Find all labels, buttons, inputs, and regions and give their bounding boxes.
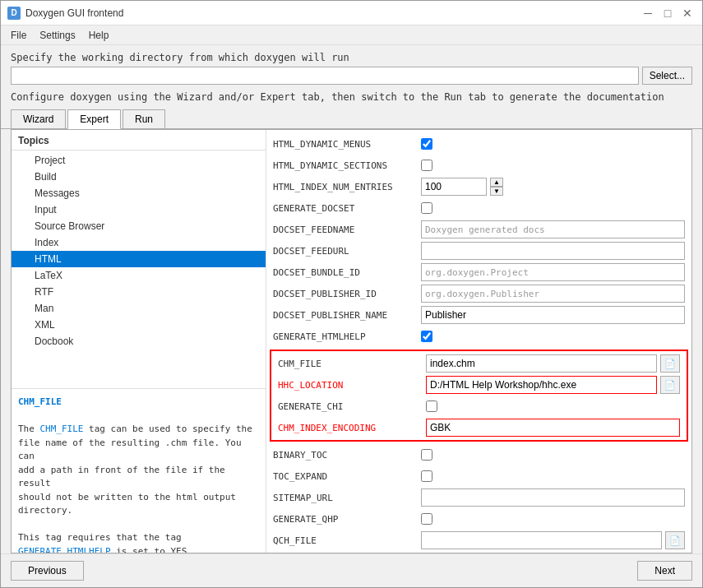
sidebar-item-rtf[interactable]: RTF bbox=[12, 284, 266, 300]
settings-scroll: HTML_DYNAMIC_MENUS HTML_DYNAMIC_SECTIONS… bbox=[266, 130, 691, 553]
setting-row-chm-index-encoding: CHM_INDEX_ENCODING bbox=[271, 417, 687, 438]
input-docset-feedname[interactable]: Doxygen generated docs bbox=[421, 220, 685, 238]
spinner-down-arrow[interactable]: ▼ bbox=[490, 187, 503, 196]
setting-name-toc-expand: TOC_EXPAND bbox=[273, 471, 421, 482]
menu-help[interactable]: Help bbox=[82, 28, 116, 43]
app-icon: D bbox=[7, 7, 21, 20]
tab-wizard[interactable]: Wizard bbox=[11, 109, 66, 128]
checkbox-generate-htmlhelp[interactable] bbox=[421, 331, 432, 342]
input-docset-publisher-name[interactable] bbox=[421, 306, 685, 324]
sidebar-item-index[interactable]: Index bbox=[12, 234, 266, 251]
setting-name-docset-feedname: DOCSET_FEEDNAME bbox=[273, 225, 421, 235]
setting-row-docset-feedname: DOCSET_FEEDNAME Doxygen generated docs bbox=[266, 219, 691, 240]
topics-header: Topics bbox=[12, 130, 266, 150]
close-button[interactable]: ✕ bbox=[679, 5, 696, 21]
setting-row-docset-feedurl: DOCSET_FEEDURL bbox=[266, 240, 691, 262]
setting-row-generate-docset: GENERATE_DOCSET bbox=[266, 197, 691, 219]
input-qch-file[interactable] bbox=[421, 531, 662, 549]
setting-value-generate-chi bbox=[426, 400, 680, 412]
file-btn-hhc[interactable]: 📄 bbox=[660, 376, 680, 394]
input-chm-index-encoding[interactable] bbox=[426, 419, 680, 437]
setting-row-docset-publisher-id: DOCSET_PUBLISHER_ID org.doxygen.Publishe… bbox=[266, 283, 691, 304]
setting-value-docset-feedurl bbox=[421, 242, 685, 260]
title-bar-left: D Doxygen GUI frontend bbox=[7, 7, 123, 20]
checkbox-binary-toc[interactable] bbox=[421, 449, 432, 461]
checkbox-html-dynamic-menus[interactable] bbox=[421, 138, 432, 150]
sidebar-item-docbook[interactable]: Docbook bbox=[12, 333, 266, 350]
checkbox-generate-chi[interactable] bbox=[426, 400, 437, 412]
footer: Previous Next bbox=[1, 553, 702, 587]
setting-value-generate-qhp bbox=[421, 513, 685, 525]
description-area: CHM_FILE The CHM_FILE tag can be used to… bbox=[12, 388, 266, 553]
select-button[interactable]: Select... bbox=[642, 67, 692, 85]
input-html-index-num-entries[interactable] bbox=[421, 178, 487, 196]
input-chm-file[interactable] bbox=[426, 354, 657, 373]
desc-generate-htmlhelp-link[interactable]: GENERATE_HTMLHELP bbox=[18, 546, 111, 553]
minimize-button[interactable]: ─ bbox=[640, 5, 656, 21]
setting-row-qch-file: QCH_FILE 📄 bbox=[266, 530, 691, 551]
input-hhc-location[interactable] bbox=[426, 376, 657, 394]
working-dir-input[interactable] bbox=[11, 67, 639, 85]
setting-value-docset-feedname: Doxygen generated docs bbox=[421, 220, 685, 238]
window-title: Doxygen GUI frontend bbox=[25, 7, 123, 19]
content-area: HTML_DYNAMIC_MENUS HTML_DYNAMIC_SECTIONS… bbox=[266, 130, 691, 553]
input-docset-feedurl[interactable] bbox=[421, 242, 685, 260]
setting-name-chm-file: CHM_FILE bbox=[278, 359, 426, 369]
desc-tag-label: CHM_FILE bbox=[18, 396, 259, 410]
next-button[interactable]: Next bbox=[637, 561, 692, 581]
setting-value-toc-expand bbox=[421, 470, 685, 482]
sidebar: Topics Project Build Messages Input Sour… bbox=[12, 130, 266, 553]
setting-name-generate-htmlhelp: GENERATE_HTMLHELP bbox=[273, 331, 421, 342]
setting-name-docset-publisher-name: DOCSET_PUBLISHER_NAME bbox=[273, 310, 421, 321]
sidebar-item-html[interactable]: HTML bbox=[12, 251, 266, 267]
sidebar-item-source-browser[interactable]: Source Browser bbox=[12, 218, 266, 234]
setting-name-qch-file: QCH_FILE bbox=[273, 535, 421, 546]
sidebar-item-project[interactable]: Project bbox=[12, 152, 266, 169]
checkbox-generate-qhp[interactable] bbox=[421, 513, 432, 525]
setting-row-generate-htmlhelp: GENERATE_HTMLHELP bbox=[266, 326, 691, 347]
highlight-box: CHM_FILE 📄 HHC_LOCATION 📄 bbox=[270, 350, 688, 442]
desc-chm-link: CHM_FILE bbox=[40, 424, 84, 434]
desc-paragraph-1: The CHM_FILE tag can be used to specify … bbox=[18, 423, 259, 518]
desc-paragraph-2: This tag requires that the tagGENERATE_H… bbox=[18, 531, 259, 553]
setting-name-binary-toc: BINARY_TOC bbox=[273, 450, 421, 461]
setting-row-hhc-location: HHC_LOCATION 📄 bbox=[271, 374, 687, 396]
maximize-button[interactable]: □ bbox=[659, 5, 676, 21]
sidebar-item-messages[interactable]: Messages bbox=[12, 185, 266, 201]
menu-bar: File Settings Help bbox=[1, 25, 702, 45]
tab-run[interactable]: Run bbox=[123, 109, 165, 128]
menu-settings[interactable]: Settings bbox=[33, 28, 81, 43]
topics-list: Project Build Messages Input Source Brow… bbox=[12, 150, 266, 388]
setting-name-html-index-num-entries: HTML_INDEX_NUM_ENTRIES bbox=[273, 182, 421, 192]
setting-name-html-dynamic-menus: HTML_DYNAMIC_MENUS bbox=[273, 139, 421, 150]
sidebar-item-man[interactable]: Man bbox=[12, 300, 266, 317]
setting-name-generate-docset: GENERATE_DOCSET bbox=[273, 203, 421, 214]
checkbox-generate-docset[interactable] bbox=[421, 202, 432, 214]
spinner-up-arrow[interactable]: ▲ bbox=[490, 178, 503, 187]
working-dir-label: Specify the working directory from which… bbox=[11, 52, 692, 63]
tab-expert[interactable]: Expert bbox=[67, 109, 121, 129]
setting-value-docset-publisher-id: org.doxygen.Publisher bbox=[421, 285, 685, 303]
checkbox-toc-expand[interactable] bbox=[421, 470, 432, 482]
previous-button[interactable]: Previous bbox=[11, 561, 84, 581]
setting-value-html-dynamic-sections bbox=[421, 160, 685, 171]
sidebar-item-input[interactable]: Input bbox=[12, 201, 266, 218]
main-area: Topics Project Build Messages Input Sour… bbox=[11, 129, 692, 553]
configure-text: Configure doxygen using the Wizard and/o… bbox=[1, 88, 702, 106]
setting-row-html-index-num-entries: HTML_INDEX_NUM_ENTRIES ▲ ▼ bbox=[266, 176, 691, 197]
sidebar-item-xml[interactable]: XML bbox=[12, 317, 266, 333]
desc-tag: CHM_FILE bbox=[18, 396, 62, 407]
sidebar-item-latex[interactable]: LaTeX bbox=[12, 267, 266, 284]
file-btn-qch[interactable]: 📄 bbox=[665, 531, 685, 549]
input-docset-publisher-id[interactable]: org.doxygen.Publisher bbox=[421, 285, 685, 303]
checkbox-html-dynamic-sections[interactable] bbox=[421, 160, 432, 171]
setting-value-html-dynamic-menus bbox=[421, 138, 685, 150]
input-sitemap-url[interactable] bbox=[421, 488, 685, 507]
file-btn-chm[interactable]: 📄 bbox=[660, 354, 680, 373]
menu-file[interactable]: File bbox=[4, 28, 33, 43]
input-docset-bundle-id[interactable]: org.doxygen.Project bbox=[421, 263, 685, 281]
sidebar-item-build[interactable]: Build bbox=[12, 169, 266, 185]
setting-value-html-index-num-entries: ▲ ▼ bbox=[421, 178, 685, 196]
setting-row-docset-publisher-name: DOCSET_PUBLISHER_NAME bbox=[266, 304, 691, 326]
spinner-html-index-num-entries: ▲ ▼ bbox=[490, 178, 503, 196]
